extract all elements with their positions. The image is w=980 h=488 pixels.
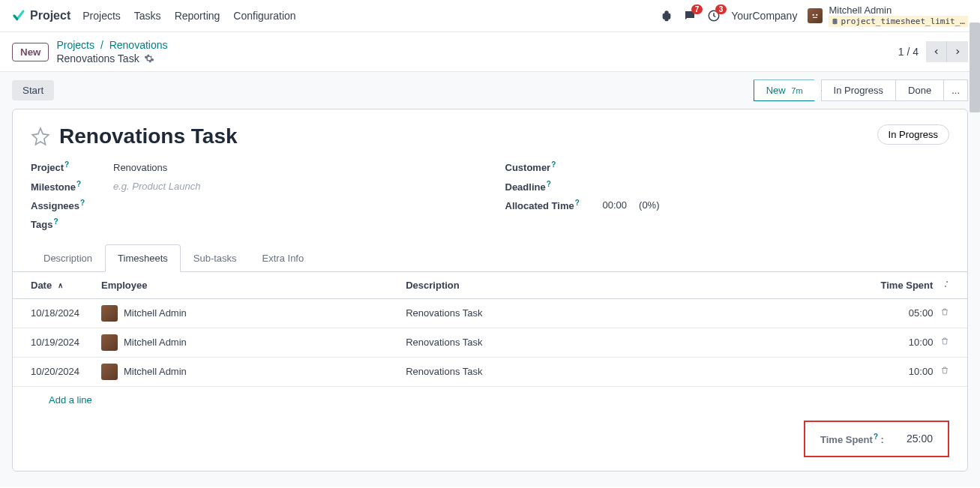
new-record-button[interactable]: New: [12, 43, 49, 61]
help-icon[interactable]: ?: [80, 199, 85, 207]
help-icon[interactable]: ?: [64, 160, 69, 169]
breadcrumb: Projects / Renovations Renovations Task: [56, 38, 167, 65]
trash-icon[interactable]: [940, 337, 949, 348]
project-value[interactable]: Renovations: [113, 162, 167, 173]
messages-icon[interactable]: 7: [683, 9, 697, 22]
database-icon: [832, 18, 838, 25]
user-menu[interactable]: Mitchell Admin project_timesheet_limit_…: [808, 4, 968, 27]
avatar-icon: [808, 8, 823, 23]
cell-description[interactable]: Renovations Task: [400, 298, 677, 328]
cell-date[interactable]: 10/20/2024: [13, 357, 95, 386]
help-icon[interactable]: ?: [551, 160, 556, 169]
help-icon[interactable]: ?: [76, 180, 81, 188]
avatar-icon: [101, 364, 118, 380]
help-icon[interactable]: ?: [53, 217, 58, 226]
task-card: Renovations Task In Progress Project? Re…: [12, 109, 968, 472]
pager-text: 1 / 4: [898, 46, 919, 58]
table-row[interactable]: 10/18/2024Mitchell AdminRenovations Task…: [13, 298, 967, 328]
db-tag: project_timesheet_limit_…: [829, 16, 968, 27]
star-icon[interactable]: [31, 127, 50, 146]
nav-reporting[interactable]: Reporting: [175, 10, 220, 22]
tab-description[interactable]: Description: [31, 244, 105, 272]
breadcrumb-area: New Projects / Renovations Renovations T…: [12, 38, 167, 65]
stage-duration: 7m: [791, 86, 802, 95]
breadcrumb-renovations[interactable]: Renovations: [109, 39, 168, 51]
help-icon[interactable]: ?: [575, 199, 580, 207]
fields: Project? Renovations Customer? Milestone…: [31, 160, 949, 230]
gear-icon[interactable]: [144, 53, 154, 64]
project-logo-icon: [12, 9, 25, 22]
field-milestone: Milestone? e.g. Product Launch: [31, 180, 475, 193]
stage-done[interactable]: Done: [895, 79, 944, 101]
field-allocated: Allocated Time? 00:00 (0%): [505, 199, 950, 211]
totals: Time Spent? : 25:00: [31, 421, 967, 457]
th-description[interactable]: Description: [400, 272, 677, 299]
field-deadline: Deadline?: [505, 180, 950, 193]
tab-timesheets[interactable]: Timesheets: [105, 244, 181, 272]
table-row[interactable]: 10/20/2024Mitchell AdminRenovations Task…: [13, 357, 967, 386]
cell-employee[interactable]: Mitchell Admin: [95, 328, 400, 357]
total-time-value: 25:00: [907, 433, 933, 445]
tab-sub-tasks[interactable]: Sub-tasks: [181, 244, 250, 272]
start-button[interactable]: Start: [12, 80, 54, 100]
pager-prev-button[interactable]: [926, 41, 947, 62]
cell-date[interactable]: 10/19/2024: [13, 328, 95, 357]
cell-date[interactable]: 10/18/2024: [13, 298, 95, 328]
user-name: Mitchell Admin: [829, 4, 968, 16]
breadcrumb-projects[interactable]: Projects: [56, 39, 94, 51]
adjust-icon[interactable]: [940, 280, 949, 291]
allocated-time-value[interactable]: 00:00: [603, 199, 628, 211]
top-nav: Project Projects Tasks Reporting Configu…: [0, 0, 980, 32]
help-icon[interactable]: ?: [547, 180, 551, 188]
stage-in-progress[interactable]: In Progress: [821, 79, 896, 101]
tab-extra-info[interactable]: Extra Info: [250, 244, 317, 272]
stages: New 7m In Progress Done ...: [754, 79, 968, 101]
trash-icon[interactable]: [940, 307, 949, 319]
in-progress-button[interactable]: In Progress: [877, 124, 949, 145]
activities-badge: 3: [715, 4, 727, 14]
chevron-left-icon: [933, 48, 940, 55]
sort-asc-icon: ∧: [58, 281, 63, 289]
status-bar: Start New 7m In Progress Done ...: [12, 79, 968, 109]
nav-tasks[interactable]: Tasks: [134, 10, 161, 22]
cell-employee[interactable]: Mitchell Admin: [95, 357, 400, 386]
tabs: Description Timesheets Sub-tasks Extra I…: [13, 244, 967, 272]
cell-time[interactable]: 05:00: [678, 298, 967, 328]
pager: 1 / 4: [898, 41, 968, 62]
activities-icon[interactable]: 3: [707, 9, 721, 22]
cell-employee[interactable]: Mitchell Admin: [95, 298, 400, 328]
allocated-pct-value: (0%): [639, 199, 659, 211]
field-project: Project? Renovations: [31, 160, 475, 173]
brand[interactable]: Project: [12, 9, 70, 22]
add-line-button[interactable]: Add a line: [31, 387, 949, 413]
cell-time[interactable]: 10:00: [678, 328, 967, 357]
trash-icon[interactable]: [940, 366, 949, 377]
table-row[interactable]: 10/19/2024Mitchell AdminRenovations Task…: [13, 328, 967, 357]
help-icon[interactable]: ?: [874, 433, 878, 441]
nav-right: 7 3 YourCompany Mitchell Admin project_t…: [661, 4, 968, 27]
chevron-right-icon: [954, 48, 961, 55]
field-customer: Customer?: [505, 160, 950, 173]
stage-new[interactable]: New 7m: [754, 79, 822, 101]
pager-next-button[interactable]: [947, 41, 968, 62]
title-row: Renovations Task: [31, 124, 238, 148]
th-date[interactable]: Date ∧: [13, 272, 95, 299]
avatar-icon: [101, 334, 118, 351]
bug-icon[interactable]: [661, 10, 673, 22]
scrollbar[interactable]: [970, 22, 980, 112]
cell-description[interactable]: Renovations Task: [400, 357, 677, 386]
task-title[interactable]: Renovations Task: [59, 124, 238, 148]
cell-time[interactable]: 10:00: [678, 357, 967, 386]
svg-rect-3: [814, 17, 818, 18]
field-assignees: Assignees?: [31, 199, 475, 211]
milestone-value[interactable]: e.g. Product Launch: [113, 181, 200, 192]
cell-description[interactable]: Renovations Task: [400, 328, 677, 357]
avatar-icon: [101, 305, 118, 322]
nav-configuration[interactable]: Configuration: [233, 10, 295, 22]
th-time-spent[interactable]: Time Spent: [678, 272, 967, 299]
field-tags: Tags?: [31, 217, 475, 230]
company-switcher[interactable]: YourCompany: [731, 10, 797, 22]
nav-projects[interactable]: Projects: [82, 10, 121, 22]
stage-more-button[interactable]: ...: [943, 79, 968, 101]
th-employee[interactable]: Employee: [95, 272, 400, 299]
